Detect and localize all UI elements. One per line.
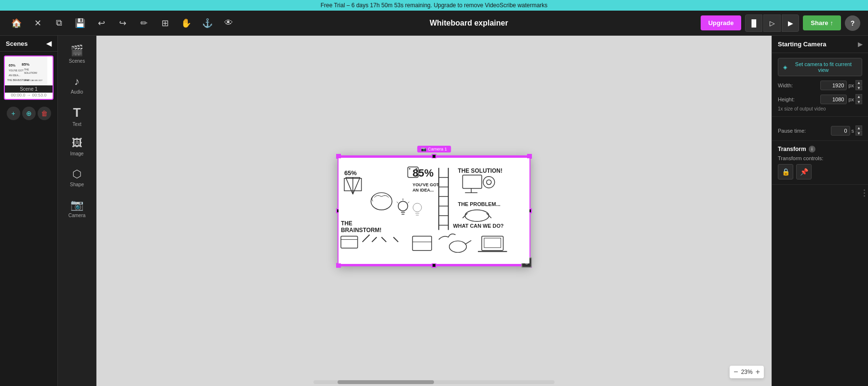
svg-text:WHAT CAN WE DO?: WHAT CAN WE DO?	[24, 79, 43, 82]
whiteboard-svg: 65% 85% YOU'VE GOT AN ID	[339, 156, 529, 265]
help-button[interactable]: ?	[845, 15, 860, 31]
dot-2	[864, 193, 865, 194]
height-step-up[interactable]: ▲	[855, 94, 862, 99]
shape-tool[interactable]: ⬡ Shape	[62, 163, 93, 192]
image-icon: 🖼	[72, 137, 82, 150]
height-step-down[interactable]: ▼	[855, 99, 862, 104]
width-input[interactable]	[820, 81, 847, 90]
lock-transform-button[interactable]: 🔒	[778, 164, 793, 179]
right-panel: Starting Camera ▶ ◈ Set camera to fit cu…	[772, 36, 868, 386]
pause-unit: s	[852, 128, 854, 134]
scenes-tool[interactable]: 🎬 Scenes	[62, 40, 93, 69]
height-label: Height:	[778, 96, 795, 102]
camera-tag: 📷 Camera 1	[417, 146, 451, 152]
svg-text:SOLUTION!: SOLUTION!	[24, 71, 37, 74]
scene-1-preview: 65% 85% YOU'VE GOT AN IDEA... THE SOLUTI…	[5, 56, 47, 85]
svg-text:BRAINSTORM!: BRAINSTORM!	[341, 227, 381, 234]
add-scene-button[interactable]: +	[7, 107, 20, 120]
right-panel-title: Starting Camera	[778, 41, 826, 48]
scenes-icon: 🎬	[70, 44, 83, 57]
width-row: Width: px ▲ ▼	[778, 80, 862, 90]
scene-1-time: 00:00.0 → 00:53.0	[5, 93, 53, 99]
svg-text:65%: 65%	[9, 64, 16, 67]
pause-step-down[interactable]: ▼	[855, 131, 862, 136]
zoom-out-button[interactable]: −	[733, 368, 738, 376]
scene-1-label: Scene 1	[5, 85, 53, 93]
whiteboard-canvas[interactable]: 📷 Camera 1 ⊕ 65%	[338, 155, 530, 266]
svg-text:THE SOLUTION!: THE SOLUTION!	[458, 167, 502, 174]
zoom-in-button[interactable]: +	[756, 368, 760, 376]
scenes-panel: Scenes ◀ 65% 85% YOU'VE GOT AN IDEA... T…	[0, 36, 58, 386]
audio-tool[interactable]: ♪ Audio	[62, 70, 93, 99]
right-panel-expand-icon[interactable]: ▶	[858, 41, 862, 48]
text-tool[interactable]: T Text	[62, 101, 93, 130]
anchor-button[interactable]: ⚓	[199, 14, 216, 32]
scenes-collapse-icon[interactable]: ◀	[46, 40, 52, 47]
grid-button[interactable]: ⊞	[156, 14, 174, 32]
set-camera-button[interactable]: ◈ Set camera to fit current view	[778, 58, 862, 76]
image-tool[interactable]: 🖼 Image	[62, 132, 93, 161]
zoom-controls: − 23% +	[730, 366, 764, 378]
share-icon: ↑	[830, 19, 834, 27]
project-title: Whiteboard explainer	[430, 19, 508, 28]
close-button[interactable]: ✕	[29, 14, 46, 32]
home-button[interactable]: 🏠	[8, 14, 25, 32]
size-info: 1x size of output video	[778, 106, 862, 111]
upgrade-button[interactable]: Upgrade	[701, 15, 742, 30]
pause-step-up[interactable]: ▲	[855, 125, 862, 130]
delete-scene-button[interactable]: 🗑	[38, 107, 51, 120]
camera-tool[interactable]: 📷 Camera	[62, 194, 93, 223]
width-input-group: px ▲ ▼	[820, 80, 862, 90]
add-scene-after-button[interactable]: ⊕	[22, 107, 36, 120]
transform-controls-label: Transform controls:	[778, 155, 862, 161]
height-row: Height: px ▲ ▼	[778, 94, 862, 104]
transform-title: Transform	[778, 146, 806, 152]
text-icon: T	[73, 105, 81, 120]
transform-controls-group: 🔒 📌	[778, 164, 862, 179]
svg-text:WHAT CAN WE DO?: WHAT CAN WE DO?	[453, 223, 504, 229]
play-from-start-button[interactable]: ▷	[763, 14, 781, 32]
height-input-group: px ▲ ▼	[820, 94, 862, 104]
draw-button[interactable]: ✏	[135, 14, 152, 32]
svg-text:65%: 65%	[344, 169, 357, 177]
duplicate-button[interactable]: ⧉	[50, 14, 68, 32]
right-panel-header: Starting Camera ▶	[772, 36, 868, 53]
pause-section: Pause time: s ▲ ▼	[772, 117, 868, 141]
width-stepper: ▲ ▼	[855, 80, 862, 90]
camera-fit-icon: ◈	[783, 64, 787, 70]
pin-transform-button[interactable]: 📌	[796, 164, 812, 179]
scene-1-thumbnail[interactable]: 65% 85% YOU'VE GOT AN IDEA... THE SOLUTI…	[4, 55, 54, 100]
trial-bar: Free Trial – 6 days 17h 50m 53s remainin…	[0, 0, 868, 11]
camera-settings-section: ◈ Set camera to fit current view Width: …	[772, 53, 868, 117]
svg-text:85%: 85%	[22, 62, 29, 67]
svg-text:YOU'VE GOT: YOU'VE GOT	[412, 182, 439, 187]
hand-button[interactable]: ✋	[177, 14, 195, 32]
svg-text:THE: THE	[24, 68, 29, 71]
camera-icon: 📷	[70, 199, 83, 211]
preview-play-button[interactable]: ▐▌	[745, 14, 762, 32]
zoom-level-display: 23%	[741, 369, 753, 375]
canvas-area[interactable]: 📷 Camera 1 ⊕ 65%	[96, 36, 772, 386]
eye-button[interactable]: 👁	[220, 14, 237, 32]
save-button[interactable]: 💾	[71, 14, 89, 32]
main-toolbar: 🏠 ✕ ⧉ 💾 ↩ ↪ ✏ ⊞ ✋ ⚓ 👁 Whiteboard explain…	[0, 11, 868, 36]
dot-3	[864, 195, 865, 197]
pause-input[interactable]	[831, 126, 850, 136]
scenes-header: Scenes ◀	[0, 36, 57, 52]
play-button[interactable]: ▶	[782, 14, 799, 32]
width-step-down[interactable]: ▼	[855, 85, 862, 90]
toolbar-center: Whiteboard explainer	[237, 19, 701, 28]
scenes-actions: + ⊕ 🗑	[0, 104, 57, 123]
height-input[interactable]	[820, 95, 847, 104]
scene-preview-svg: 65% 85% YOU'VE GOT AN IDEA... THE SOLUTI…	[5, 57, 47, 85]
undo-button[interactable]: ↩	[93, 14, 110, 32]
pause-row: Pause time: s ▲ ▼	[778, 125, 862, 136]
redo-button[interactable]: ↪	[114, 14, 131, 32]
transform-info-icon[interactable]: i	[809, 146, 815, 152]
app-body: Scenes ◀ 65% 85% YOU'VE GOT AN IDEA... T…	[0, 36, 868, 386]
width-step-up[interactable]: ▲	[855, 80, 862, 85]
share-button[interactable]: Share ↑	[803, 15, 841, 30]
pause-input-group: s ▲ ▼	[831, 125, 863, 136]
audio-icon: ♪	[74, 75, 80, 88]
canvas-scrollbar[interactable]	[313, 380, 555, 384]
